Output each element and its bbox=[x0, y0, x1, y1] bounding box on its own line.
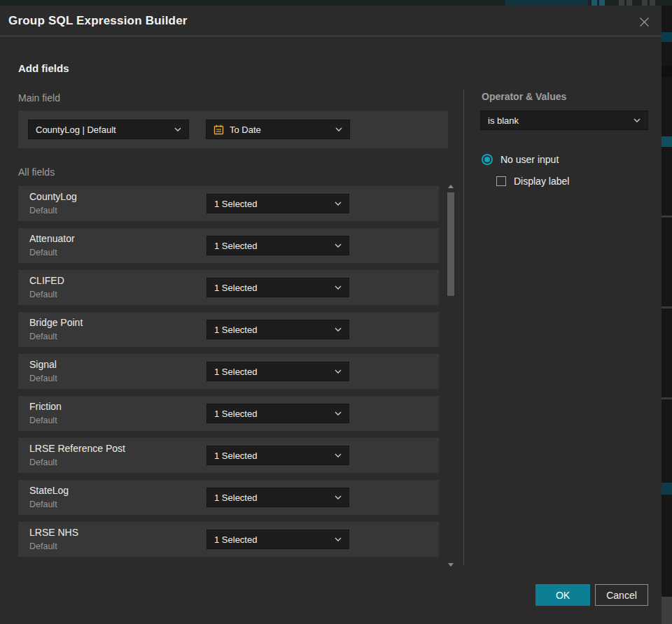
operator-values-heading: Operator & Values bbox=[482, 91, 566, 102]
field-selected-dropdown-value: 1 Selected bbox=[214, 451, 330, 461]
operator-dropdown[interactable]: is blank bbox=[480, 111, 648, 130]
field-selected-dropdown-value: 1 Selected bbox=[214, 199, 330, 209]
toolbar-fragment-icon bbox=[642, 0, 648, 6]
field-row: LRSE NHS Default 1 Selected bbox=[18, 522, 439, 557]
chevron-down-icon bbox=[335, 369, 342, 374]
toolbar-fragment-icon bbox=[599, 0, 605, 6]
field-row: CountyLog Default 1 Selected bbox=[18, 186, 439, 221]
cancel-button[interactable]: Cancel bbox=[595, 584, 648, 606]
scroll-up-icon[interactable] bbox=[448, 185, 454, 188]
background-fragment bbox=[662, 66, 672, 77]
dialog-header: Group SQL Expression Builder bbox=[0, 6, 662, 36]
main-field-type-dropdown[interactable]: To Date bbox=[206, 120, 350, 139]
field-name: LRSE NHS bbox=[29, 527, 78, 538]
field-name: CountyLog bbox=[29, 191, 77, 202]
main-field-type-dropdown-value: To Date bbox=[230, 125, 326, 135]
field-selected-dropdown-value: 1 Selected bbox=[214, 492, 330, 503]
background-app-right-edge bbox=[662, 6, 672, 624]
main-field-dropdown[interactable]: CountyLog | Default bbox=[28, 120, 189, 139]
chevron-down-icon bbox=[335, 453, 342, 458]
field-selected-dropdown[interactable]: 1 Selected bbox=[206, 194, 349, 213]
field-selected-dropdown-value: 1 Selected bbox=[214, 367, 330, 377]
scrollbar-thumb[interactable] bbox=[447, 192, 454, 296]
chevron-down-icon bbox=[335, 495, 342, 499]
no-user-input-label: No user input bbox=[500, 154, 559, 165]
group-sql-expression-builder-dialog: Group SQL Expression Builder Add fields … bbox=[0, 6, 662, 624]
field-row: Signal Default 1 Selected bbox=[18, 354, 439, 389]
field-selected-dropdown[interactable]: 1 Selected bbox=[206, 236, 349, 255]
field-name: CLIFED bbox=[29, 275, 64, 286]
main-field-dropdown-value: CountyLog | Default bbox=[36, 125, 170, 135]
field-selected-dropdown-value: 1 Selected bbox=[214, 409, 330, 419]
checkbox-icon bbox=[496, 176, 506, 186]
field-row: Attenuator Default 1 Selected bbox=[18, 228, 439, 263]
toolbar-fragment-icon bbox=[626, 0, 632, 6]
background-fragment bbox=[662, 483, 672, 495]
field-row: Bridge Point Default 1 Selected bbox=[18, 312, 439, 347]
field-name: Attenuator bbox=[29, 233, 75, 244]
toolbar-fragment-icon bbox=[592, 0, 597, 6]
field-name: Friction bbox=[29, 401, 62, 412]
field-subtitle: Default bbox=[29, 416, 57, 425]
main-field-bar: CountyLog | Default To Date bbox=[18, 111, 448, 148]
field-selected-dropdown-value: 1 Selected bbox=[214, 325, 330, 335]
ok-button[interactable]: OK bbox=[536, 584, 590, 606]
all-fields-label: All fields bbox=[18, 166, 55, 178]
field-name: Signal bbox=[29, 359, 57, 370]
radio-icon bbox=[482, 154, 493, 165]
chevron-down-icon bbox=[335, 537, 342, 541]
chevron-down-icon bbox=[335, 201, 342, 206]
chevron-down-icon bbox=[335, 411, 342, 416]
field-selected-dropdown[interactable]: 1 Selected bbox=[206, 530, 349, 549]
panel-divider bbox=[463, 90, 464, 565]
field-selected-dropdown[interactable]: 1 Selected bbox=[206, 488, 349, 507]
field-selected-dropdown-value: 1 Selected bbox=[214, 534, 330, 545]
field-subtitle: Default bbox=[29, 499, 57, 509]
toolbar-fragment-icon bbox=[650, 0, 655, 6]
field-name: LRSE Reference Post bbox=[29, 443, 125, 454]
background-fragment bbox=[662, 397, 672, 399]
field-selected-dropdown[interactable]: 1 Selected bbox=[206, 404, 349, 423]
field-subtitle: Default bbox=[29, 248, 57, 257]
display-label-checkbox[interactable]: Display label bbox=[496, 176, 569, 187]
toolbar-fragment-icon bbox=[619, 0, 624, 6]
chevron-down-icon bbox=[335, 327, 342, 332]
field-row: CLIFED Default 1 Selected bbox=[18, 270, 439, 305]
background-fragment bbox=[662, 597, 672, 624]
main-field-label: Main field bbox=[18, 92, 60, 104]
chevron-down-icon bbox=[634, 118, 640, 122]
field-subtitle: Default bbox=[29, 374, 57, 383]
field-selected-dropdown[interactable]: 1 Selected bbox=[206, 362, 349, 381]
field-row: LRSE Reference Post Default 1 Selected bbox=[18, 438, 439, 473]
dialog-title: Group SQL Expression Builder bbox=[8, 14, 188, 28]
chevron-down-icon bbox=[174, 127, 181, 132]
scroll-down-icon[interactable] bbox=[448, 563, 454, 567]
calendar-icon bbox=[214, 125, 224, 135]
field-selected-dropdown[interactable]: 1 Selected bbox=[206, 278, 349, 297]
background-fragment bbox=[662, 32, 672, 42]
all-fields-list: CountyLog Default 1 Selected Attenuator … bbox=[18, 186, 439, 564]
operator-dropdown-value: is blank bbox=[488, 115, 629, 126]
field-subtitle: Default bbox=[29, 290, 57, 299]
close-icon[interactable] bbox=[635, 13, 653, 31]
field-selected-dropdown-value: 1 Selected bbox=[214, 241, 330, 251]
no-user-input-radio[interactable]: No user input bbox=[482, 154, 559, 165]
field-subtitle: Default bbox=[29, 458, 57, 467]
display-label-label: Display label bbox=[514, 176, 569, 187]
chevron-down-icon bbox=[335, 127, 342, 132]
background-fragment bbox=[662, 306, 672, 309]
background-fragment bbox=[662, 136, 672, 147]
field-subtitle: Default bbox=[29, 541, 57, 551]
field-name: StateLog bbox=[29, 485, 69, 496]
chevron-down-icon bbox=[335, 285, 342, 290]
field-selected-dropdown-value: 1 Selected bbox=[214, 283, 330, 293]
field-subtitle: Default bbox=[29, 332, 57, 341]
field-selected-dropdown[interactable]: 1 Selected bbox=[206, 446, 349, 465]
field-selected-dropdown[interactable]: 1 Selected bbox=[206, 320, 349, 339]
fields-list-scrollbar[interactable] bbox=[447, 180, 455, 567]
live-view-button[interactable]: Live view bbox=[505, 0, 588, 6]
field-name: Bridge Point bbox=[29, 317, 83, 328]
chevron-down-icon bbox=[335, 243, 342, 248]
field-row: Friction Default 1 Selected bbox=[18, 396, 439, 431]
background-app-toolbar: Live view bbox=[0, 0, 672, 6]
